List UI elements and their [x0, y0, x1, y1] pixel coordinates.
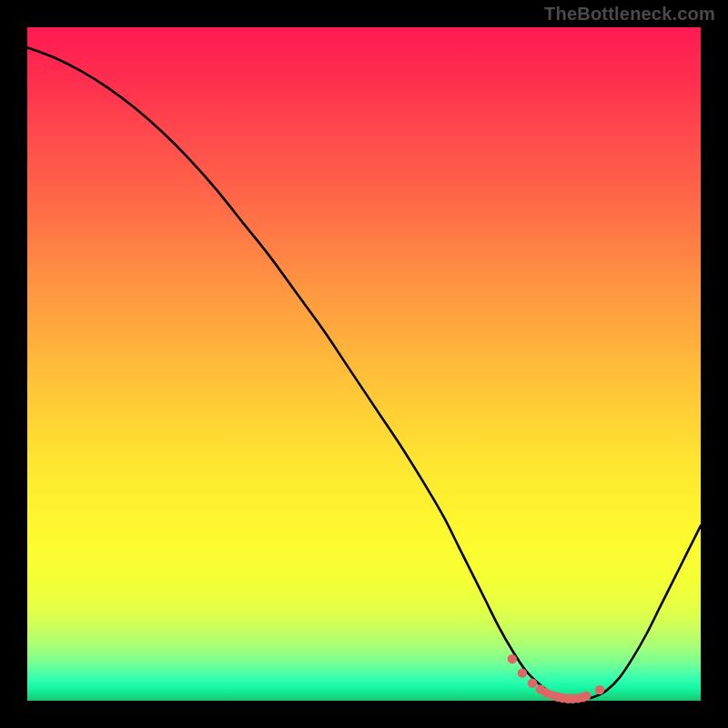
dot	[581, 692, 591, 701]
dot	[528, 679, 537, 688]
dot	[508, 654, 517, 663]
bottleneck-curve	[27, 47, 701, 700]
dot	[518, 668, 527, 677]
flat-bottom-dots	[508, 654, 605, 703]
chart-container: TheBottleneck.com	[0, 0, 728, 728]
curve-svg	[27, 27, 701, 701]
watermark-text: TheBottleneck.com	[544, 4, 715, 25]
plot-area	[27, 27, 701, 701]
dot	[595, 685, 604, 694]
